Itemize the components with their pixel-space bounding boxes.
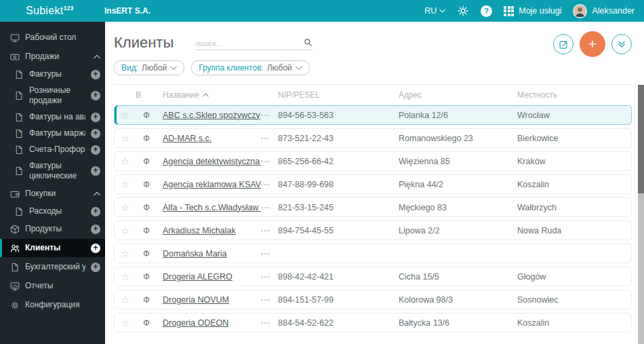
language-selector[interactable]: RU: [424, 6, 445, 16]
sidebar-item-sales[interactable]: Продажи: [0, 47, 105, 66]
client-nip: 894-754-45-55: [275, 226, 395, 235]
add-icon[interactable]: +: [91, 145, 100, 155]
chevron-up-icon[interactable]: [94, 54, 100, 59]
sidebar-item-invoices[interactable]: Фактуры+: [0, 66, 105, 82]
add-icon[interactable]: +: [91, 263, 100, 272]
table-row[interactable]: ☆ФDomańska Maria···: [114, 244, 632, 263]
sidebar-item-advance-invoices[interactable]: Фактуры на аванс+: [0, 109, 105, 125]
table-row[interactable]: ☆ФDrogeria ALEGRO···898-42-42-421Cicha 1…: [114, 267, 632, 286]
add-icon[interactable]: +: [91, 244, 100, 253]
more-actions-icon[interactable]: ···: [261, 111, 275, 119]
table-row[interactable]: ☆ФAD-MAR s.c.···873-521-22-43Romanowskie…: [114, 128, 632, 148]
search-icon[interactable]: [304, 37, 313, 50]
more-actions-icon[interactable]: ···: [261, 180, 275, 189]
add-client-button[interactable]: +: [580, 31, 605, 57]
add-icon[interactable]: +: [91, 166, 100, 176]
sidebar-item-reports[interactable]: Отчеты: [0, 277, 105, 295]
favorite-star-icon[interactable]: ☆: [115, 133, 136, 143]
client-name-link[interactable]: Drogeria NOVUM: [157, 295, 261, 305]
client-name-link[interactable]: Domańska Maria: [157, 249, 261, 259]
sidebar-item-configuration[interactable]: Конфигурация: [0, 296, 105, 314]
favorite-star-icon[interactable]: ☆: [115, 294, 136, 305]
more-actions-icon[interactable]: ···: [261, 319, 275, 327]
favorite-star-icon[interactable]: ☆: [115, 318, 136, 328]
settings-gear-icon[interactable]: [457, 5, 469, 17]
more-actions-icon[interactable]: ···: [261, 204, 275, 212]
more-actions-icon[interactable]: ···: [261, 296, 275, 304]
client-name-link[interactable]: Drogeria ODEON: [157, 318, 261, 328]
vertical-scrollbar[interactable]: [638, 85, 644, 344]
more-actions-icon[interactable]: ···: [261, 227, 275, 235]
user-menu[interactable]: Aleksander: [573, 4, 635, 18]
sidebar-item-products[interactable]: Продукты+: [0, 220, 105, 238]
table-row[interactable]: ☆ФDrogeria ODEON···884-54-52-622Bałtycka…: [114, 313, 632, 332]
table-row[interactable]: ☆ФAgencja reklamowa KSAVON···847-88-99-6…: [114, 174, 632, 194]
client-name-link[interactable]: Agencja reklamowa KSAVON: [157, 180, 261, 189]
client-name-link[interactable]: Agencja detektywistyczna KO...: [157, 157, 261, 166]
document-icon: [14, 91, 24, 101]
sidebar-item-expenses[interactable]: Расходы+: [0, 204, 105, 219]
sidebar-item-proforma[interactable]: Счета-Проформы+: [0, 142, 105, 157]
client-type: Ф: [136, 111, 157, 120]
add-icon[interactable]: +: [91, 129, 100, 138]
favorite-star-icon[interactable]: ☆: [115, 248, 136, 259]
table-row[interactable]: ☆ФArkadiusz Michalak···894-754-45-55Lipo…: [114, 221, 632, 240]
col-name[interactable]: Название: [157, 90, 261, 100]
favorite-star-icon[interactable]: ☆: [115, 202, 136, 212]
sidebar-item-purchases[interactable]: Покупки: [0, 185, 105, 203]
client-city: Wałbrzych: [514, 203, 631, 212]
apps-menu[interactable]: Moje usługi: [504, 6, 561, 16]
filter-type-chip[interactable]: Вид: Любой: [114, 60, 184, 75]
expand-all-button[interactable]: [611, 34, 632, 54]
favorite-star-icon[interactable]: ☆: [115, 225, 136, 235]
more-actions-icon[interactable]: ···: [261, 134, 275, 142]
client-name-link[interactable]: AD-MAR s.c.: [157, 134, 261, 143]
table-row[interactable]: ☆ФDrogeria NOVUM···894-151-57-99Kolorowa…: [114, 290, 632, 309]
sidebar-item-accounting[interactable]: Бухгалтерский учет+: [0, 258, 105, 276]
col-address[interactable]: Адрес: [395, 90, 514, 100]
add-icon[interactable]: +: [91, 225, 100, 234]
sidebar-item-label: Продажи: [25, 52, 88, 62]
scrollbar-thumb[interactable]: [638, 85, 644, 193]
favorite-star-icon[interactable]: ☆: [115, 271, 136, 282]
more-actions-icon[interactable]: ···: [261, 273, 275, 281]
sidebar-item-label: Фактуры на аванс: [29, 112, 85, 122]
filter-label: Группа клиентов:: [199, 63, 264, 73]
client-name-link[interactable]: Drogeria ALEGRO: [157, 272, 261, 282]
col-city[interactable]: Местность: [514, 90, 632, 100]
sidebar-item-label: Отчеты: [25, 281, 100, 291]
sidebar-item-retail-sales[interactable]: Розничные продажи+: [0, 83, 105, 109]
add-icon[interactable]: +: [91, 91, 100, 100]
search-input[interactable]: [196, 37, 304, 50]
more-actions-icon[interactable]: ···: [261, 157, 275, 166]
filter-group-chip[interactable]: Группа клиентов: Любой: [191, 60, 310, 75]
more-actions-icon[interactable]: ···: [261, 250, 275, 258]
col-nip[interactable]: NIP/PESEL: [275, 90, 395, 100]
client-name-link[interactable]: Alfa - Tech s.c.Władysław Koz...: [157, 203, 261, 212]
favorite-star-icon[interactable]: ☆: [115, 156, 136, 166]
table-header: В Название NIP/PESEL Адрес Местность: [114, 85, 632, 105]
client-type: Ф: [136, 318, 157, 328]
sidebar-item-recurring-invoices[interactable]: Фактуры циклические+: [0, 158, 105, 184]
edit-button[interactable]: [553, 34, 573, 54]
add-icon[interactable]: +: [91, 207, 100, 216]
table-row[interactable]: ☆ФABC s.c.Sklep spożywczy···894-56-53-56…: [114, 105, 632, 125]
sidebar-item-clients[interactable]: Клиенты+: [0, 239, 105, 257]
table-row[interactable]: ☆ФAlfa - Tech s.c.Władysław Koz...···821…: [114, 197, 632, 217]
col-type[interactable]: В: [136, 90, 157, 100]
client-name-link[interactable]: ABC s.c.Sklep spożywczy: [157, 111, 261, 120]
client-city: Wrocław: [514, 111, 631, 120]
sidebar-item-desktop[interactable]: Рабочий стол: [0, 28, 105, 47]
main-content: Клиенты + Вид: Любой Группа клиентов:: [105, 22, 644, 344]
add-icon[interactable]: +: [91, 113, 100, 122]
app-logo[interactable]: Subiekt123: [0, 5, 96, 17]
add-icon[interactable]: +: [91, 70, 100, 79]
help-icon[interactable]: ?: [481, 5, 492, 17]
table-row[interactable]: ☆ФAgencja detektywistyczna KO...···865-2…: [114, 151, 632, 171]
favorite-star-icon[interactable]: ☆: [115, 110, 136, 120]
sidebar-item-margin-invoices[interactable]: Фактуры маржа+: [0, 126, 105, 141]
favorite-star-icon[interactable]: ☆: [115, 179, 136, 189]
client-nip: 894-56-53-563: [275, 111, 395, 120]
client-name-link[interactable]: Arkadiusz Michalak: [157, 226, 261, 235]
chevron-up-icon[interactable]: [94, 191, 100, 196]
